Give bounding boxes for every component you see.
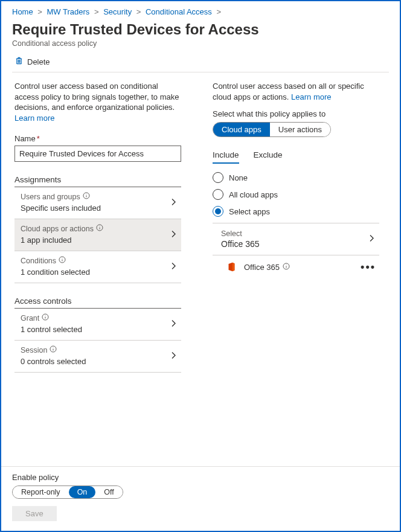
radio-label: All cloud apps — [229, 190, 278, 199]
breadcrumb: Home > MW Traders > Security > Condition… — [12, 7, 389, 16]
save-button[interactable]: Save — [12, 506, 57, 521]
info-icon[interactable] — [42, 313, 49, 322]
radio-label: None — [229, 173, 248, 182]
radio-icon — [213, 189, 223, 200]
row-session[interactable]: Session 0 controls selected — [14, 341, 181, 373]
chevron-right-icon — [169, 198, 178, 208]
row-title-text: Cloud apps or actions — [21, 225, 94, 233]
include-exclude-tabs: Include Exclude — [213, 150, 379, 164]
row-sub-text: 1 condition selected — [21, 268, 175, 277]
pill-user-actions[interactable]: User actions — [270, 123, 330, 136]
left-description: Control user access based on conditional… — [14, 81, 181, 123]
info-icon[interactable] — [59, 256, 66, 265]
page-title: Require Trusted Devices for Access — [12, 21, 389, 38]
row-title-text: Conditions — [21, 257, 56, 265]
enable-policy-toggle: Report-only On Off — [12, 486, 123, 499]
breadcrumb-sep: > — [94, 7, 99, 16]
radio-select-apps[interactable]: Select apps — [213, 206, 379, 217]
row-users-and-groups[interactable]: Users and groups Specific users included — [14, 187, 181, 219]
access-controls-heading: Access controls — [14, 296, 181, 306]
select-apps-row[interactable]: Select Office 365 — [213, 223, 379, 255]
chevron-right-icon — [169, 230, 178, 240]
row-title-text: Grant — [21, 314, 39, 322]
applies-to-label: Select what this policy applies to — [213, 109, 379, 118]
breadcrumb-mwtraders[interactable]: MW Traders — [47, 7, 90, 16]
name-label: Name* — [14, 134, 181, 143]
row-title-text: Users and groups — [21, 193, 80, 201]
content-area: Home > MW Traders > Security > Condition… — [1, 1, 400, 466]
applies-to-toggle: Cloud apps User actions — [213, 122, 331, 137]
more-options-icon[interactable]: ••• — [361, 261, 376, 274]
breadcrumb-conditional-access[interactable]: Conditional Access — [146, 7, 212, 16]
tab-exclude[interactable]: Exclude — [254, 150, 283, 164]
left-panel: Control user access based on conditional… — [14, 81, 181, 373]
toggle-off[interactable]: Off — [95, 486, 122, 498]
row-grant[interactable]: Grant 1 control selected — [14, 309, 181, 341]
select-label: Select — [221, 229, 376, 238]
tab-include[interactable]: Include — [213, 150, 239, 164]
right-panel: Control user access based on all or spec… — [213, 81, 379, 373]
trash-icon — [14, 56, 24, 67]
row-sub-text: 1 app included — [21, 236, 175, 245]
chevron-right-icon — [169, 351, 178, 362]
delete-button[interactable]: Delete — [14, 56, 389, 67]
delete-label: Delete — [27, 57, 50, 66]
learn-more-link[interactable]: Learn more — [291, 92, 331, 101]
row-cloud-apps-or-actions[interactable]: Cloud apps or actions 1 app included — [14, 219, 181, 251]
info-icon[interactable] — [283, 263, 290, 272]
info-icon[interactable] — [83, 192, 90, 201]
breadcrumb-home[interactable]: Home — [12, 7, 33, 16]
radio-icon — [213, 172, 223, 183]
office-365-icon — [226, 261, 237, 272]
row-title-text: Session — [21, 346, 47, 354]
breadcrumb-sep: > — [37, 7, 42, 16]
select-value: Office 365 — [221, 239, 376, 249]
info-icon[interactable] — [96, 224, 103, 233]
columns: Control user access based on conditional… — [12, 81, 389, 373]
row-sub-text: 1 control selected — [21, 325, 175, 334]
header-divider — [12, 72, 389, 72]
chevron-right-icon — [169, 319, 178, 330]
breadcrumb-security[interactable]: Security — [103, 7, 132, 16]
page-subtitle: Conditional access policy — [12, 39, 389, 48]
row-sub-text: 0 controls selected — [21, 357, 175, 366]
page-frame: Home > MW Traders > Security > Condition… — [0, 0, 401, 532]
breadcrumb-sep: > — [136, 7, 141, 16]
required-indicator: * — [37, 134, 40, 143]
chevron-right-icon — [367, 234, 376, 245]
row-conditions[interactable]: Conditions 1 condition selected — [14, 251, 181, 283]
learn-more-link[interactable]: Learn more — [14, 114, 54, 123]
info-icon[interactable] — [50, 345, 57, 354]
radio-all-cloud-apps[interactable]: All cloud apps — [213, 189, 379, 200]
assignments-heading: Assignments — [14, 175, 181, 184]
breadcrumb-sep: > — [216, 7, 221, 16]
footer: Enable policy Report-only On Off Save — [1, 466, 400, 531]
radio-icon — [213, 206, 223, 217]
app-name: Office 365 — [244, 263, 290, 272]
radio-label: Select apps — [229, 207, 270, 216]
name-input[interactable] — [14, 146, 181, 162]
row-sub-text: Specific users included — [21, 204, 175, 213]
enable-policy-label: Enable policy — [12, 473, 389, 482]
chevron-right-icon — [169, 262, 178, 272]
radio-group: None All cloud apps Select apps — [213, 172, 379, 217]
toggle-report-only[interactable]: Report-only — [13, 486, 69, 498]
pill-cloud-apps[interactable]: Cloud apps — [213, 123, 270, 136]
radio-none[interactable]: None — [213, 172, 379, 183]
right-description: Control user access based on all or spec… — [213, 81, 379, 102]
app-list-item: Office 365 ••• — [213, 255, 379, 279]
toggle-on[interactable]: On — [69, 486, 96, 498]
